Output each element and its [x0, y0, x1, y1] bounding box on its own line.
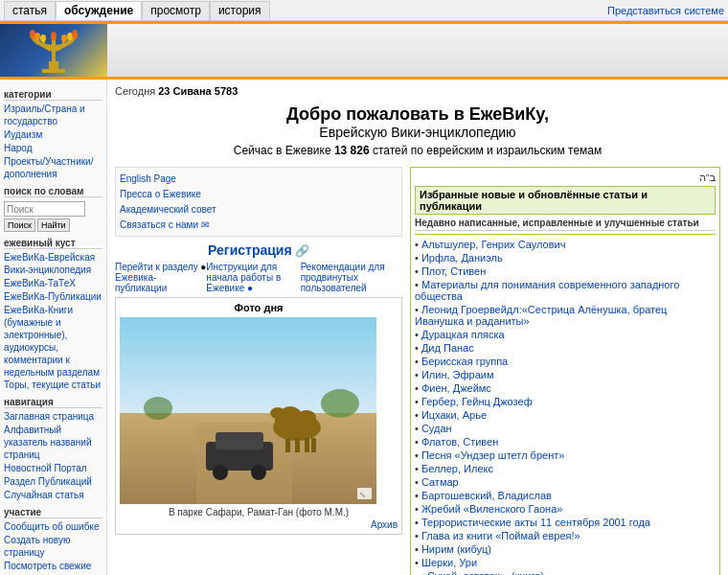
registration-icon: 🔗 [295, 244, 309, 258]
list-item: Материалы для понимания современного зап… [415, 278, 716, 303]
search-find-button[interactable]: Найти [37, 218, 70, 232]
ejewish-publications-link[interactable]: Перейти к разделу Ежевика-публикации [115, 262, 200, 293]
list-item: Террористические акты 11 сентября 2001 г… [415, 516, 716, 529]
article-link[interactable]: Материалы для понимания современного зап… [415, 279, 679, 302]
welcome-section: Добро пожаловать в ЕжеВиКу, Еврейскую Ви… [115, 104, 720, 157]
count-prefix: Сейчас в Ежевике [234, 144, 331, 157]
article-link[interactable]: Бартошевский, Владислав [421, 490, 552, 501]
instructions-link[interactable]: Инструкции для начала работы в Ежевике ● [206, 262, 300, 293]
svg-point-15 [213, 465, 228, 480]
search-title: поиск по словам [4, 186, 102, 197]
list-item: Дурацкая пляска [415, 328, 716, 341]
svg-point-27 [144, 397, 172, 420]
svg-point-7 [61, 34, 67, 42]
article-count: Сейчас в Ежевике 13 826 статей по еврейс… [115, 144, 720, 157]
list-item: Дид Панас [415, 341, 716, 355]
list-item: Берисская группа [415, 355, 716, 368]
article-link[interactable]: Берисская группа [421, 356, 508, 367]
sidebar-item-israel[interactable]: Израиль/Страна и государство [4, 103, 102, 127]
article-link[interactable]: Террористические акты 11 сентября 2001 г… [421, 517, 650, 528]
content-columns: English Page Пресса о Ежевике Академичес… [115, 167, 720, 575]
registration-section: Регистрация 🔗 [115, 242, 402, 258]
registration-link[interactable]: Регистрация [208, 242, 292, 258]
sidebar-item-publications[interactable]: Раздел Публикаций [4, 475, 102, 488]
list-item: Судан [415, 422, 716, 435]
sidebar-item-people[interactable]: Народ [4, 142, 102, 154]
featured-subtitle: Недавно написанные, исправленные и улучш… [415, 218, 716, 231]
article-link[interactable]: Плот, Стивен [421, 265, 486, 277]
header-image [107, 24, 728, 77]
tab-bar: статья обсуждение просмотр история Предс… [0, 0, 728, 21]
sidebar-item-news[interactable]: Новостной Портал [4, 462, 102, 474]
link-english[interactable]: English Page [120, 172, 398, 185]
link-academic[interactable]: Академический совет [120, 203, 398, 216]
tab-view[interactable]: просмотр [142, 1, 210, 20]
date-label: Сегодня [115, 85, 155, 97]
article-link[interactable]: Ицхаки, Арье [421, 409, 487, 421]
article-link[interactable]: Леонид Гроервейдл:«Сестрица Алёнушка, бр… [415, 304, 667, 327]
search-box: Поиск Найти [4, 201, 102, 232]
svg-text:⤡: ⤡ [359, 491, 366, 499]
article-link[interactable]: Беллер, Илекс [421, 463, 493, 474]
hebrew-date: 23 Сивана 5783 [158, 85, 238, 97]
featured-section-header: Избранные новые и обновлённые статьи и п… [415, 186, 716, 215]
article-link[interactable]: Песня «Ундзер штетл брент» [421, 449, 564, 461]
article-link[interactable]: Ирфла, Даниэль [421, 252, 503, 264]
svg-point-26 [321, 389, 359, 418]
sidebar-item-report[interactable]: Сообщить об ошибке [4, 520, 102, 533]
sidebar-item-ejewish-1[interactable]: ЕжеВиКа-Еврейская Вики-энциклопедия [4, 251, 102, 276]
tab-article[interactable]: статья [4, 1, 56, 20]
welcome-title: Добро пожаловать в ЕжеВиКу, [115, 104, 720, 125]
article-link[interactable]: Сатмар [421, 476, 459, 488]
search-go-button[interactable]: Поиск [4, 218, 35, 232]
list-item: Флатов, Стивен [415, 435, 716, 448]
right-column: ב"ה Избранные новые и обновлённые статьи… [410, 167, 720, 575]
svg-rect-24 [305, 438, 309, 452]
tab-discussion[interactable]: обсуждение [56, 1, 142, 20]
tabs-container: статья обсуждение просмотр история [4, 1, 270, 20]
photo-illustration: ⤡ [120, 317, 376, 504]
photo-archive-link[interactable]: Архив [120, 519, 398, 530]
logo-area [0, 24, 107, 77]
article-link[interactable]: «Сухой_остаток»_(книга) [421, 570, 544, 575]
list-item: Шерки, Ури [415, 556, 716, 569]
list-item: Жребий «Виленского Гаона» [415, 502, 716, 516]
search-input[interactable] [4, 201, 85, 217]
svg-point-3 [30, 30, 35, 39]
ejewish-title: ежевиный куст [4, 238, 102, 249]
sidebar-item-ejewish-4[interactable]: ЕжеВиКа-Книги (бумажные и электронные), … [4, 304, 102, 391]
sidebar: категории Израиль/Страна и государство И… [0, 80, 107, 575]
sidebar-item-judaism[interactable]: Иудаизм [4, 128, 102, 141]
sidebar-item-main-page[interactable]: Заглавная страница [4, 410, 102, 423]
sidebar-item-index[interactable]: Алфавитный указатель названий страниц [4, 424, 102, 461]
list-item: Песня «Ундзер штетл брент» [415, 448, 716, 462]
article-link[interactable]: Шерки, Ури [421, 557, 477, 568]
header-area [0, 24, 728, 80]
article-link[interactable]: Фиен, Джеймс [421, 382, 491, 394]
list-item: Ирфла, Даниэль [415, 251, 716, 264]
login-link[interactable]: Представиться системе [607, 5, 724, 16]
sidebar-item-create[interactable]: Создать новую страницу [4, 534, 102, 559]
article-link[interactable]: Глава из книги «Поймай еврея!» [421, 530, 580, 541]
article-link[interactable]: Гербер, Гейнц Джозеф [421, 396, 533, 407]
left-column: English Page Пресса о Ежевике Академичес… [115, 167, 402, 575]
main-content: Сегодня 23 Сивана 5783 Добро пожаловать … [107, 80, 728, 575]
tab-history[interactable]: история [210, 1, 270, 20]
article-link[interactable]: Дид Панас [421, 342, 474, 354]
sidebar-item-ejewish-3[interactable]: ЕжеВиКа-Публикации [4, 290, 102, 303]
sidebar-item-projects[interactable]: Проекты/Участники/дополнения [4, 155, 102, 180]
article-link[interactable]: Жребий «Виленского Гаона» [421, 503, 563, 515]
svg-point-5 [40, 34, 46, 42]
article-link[interactable]: Илин, Эфраим [421, 369, 494, 380]
link-press[interactable]: Пресса о Ежевике [120, 188, 398, 200]
article-link[interactable]: Судан [421, 423, 452, 434]
advanced-link[interactable]: Рекомендации для продвинутых пользовател… [301, 262, 402, 293]
article-link[interactable]: Дурацкая пляска [421, 329, 505, 340]
sidebar-item-recent[interactable]: Посмотреть свежие правки [4, 560, 102, 575]
article-link[interactable]: Флатов, Стивен [421, 436, 498, 448]
link-contact[interactable]: Связаться с нами ✉ [120, 218, 398, 231]
sidebar-item-random[interactable]: Случайная статья [4, 489, 102, 501]
sidebar-item-ejewish-2[interactable]: ЕжеВиКа-ТаТеХ [4, 277, 102, 289]
article-link[interactable]: Альтшулер, Генрих Саулович [421, 239, 565, 250]
article-link[interactable]: Нирим (кибуц) [421, 543, 491, 555]
